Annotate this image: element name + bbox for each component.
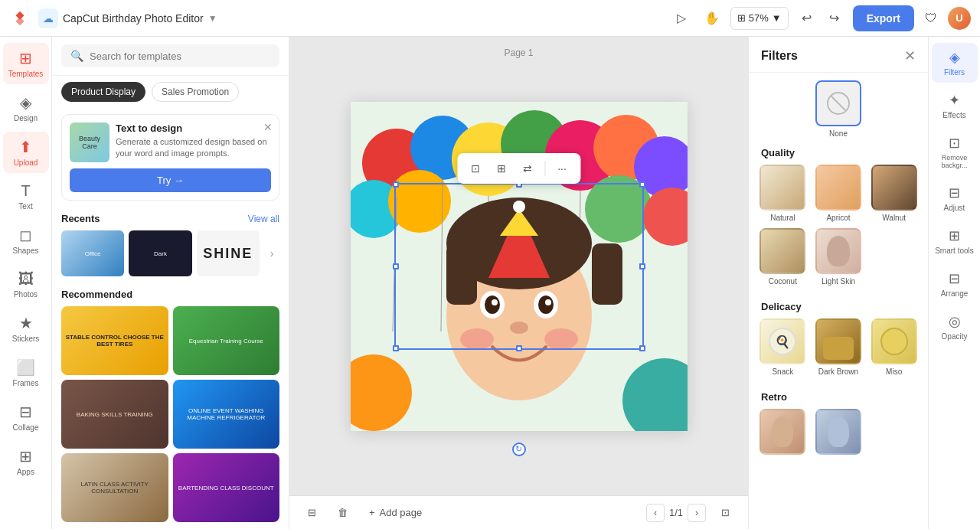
search-box[interactable]: 🔍 [61, 44, 279, 67]
rec-item-2[interactable]: Equestrian Training Course [173, 306, 280, 375]
sidebar-item-stickers[interactable]: ★ Stickers [3, 308, 49, 349]
upload-icon: ⬆ [19, 138, 32, 156]
crop-tool-btn[interactable]: ⊡ [463, 156, 488, 181]
recent-item-1[interactable]: Office [61, 230, 124, 276]
more-options-btn[interactable]: ··· [550, 156, 574, 181]
right-rail-adjust[interactable]: ⊟ Adjust [932, 178, 978, 218]
filter-miso[interactable]: Miso [869, 318, 919, 376]
hand-tool-btn[interactable]: ✋ [700, 6, 724, 31]
zoom-chevron-icon: ▼ [772, 12, 782, 24]
right-rail-arrange[interactable]: ⊟ Arrange [932, 264, 978, 304]
right-rail-remove-bg[interactable]: ⊡ Remove backgr... [932, 129, 978, 175]
filter-retro-1[interactable] [758, 409, 808, 455]
svg-point-24 [492, 299, 498, 305]
sidebar-item-upload[interactable]: ⬆ Upload [3, 132, 49, 173]
retro-filter-grid [749, 409, 928, 461]
sidebar-item-text[interactable]: T Text [3, 176, 49, 217]
filters-panel: Filters ✕ None Quality Natural [748, 37, 928, 529]
next-page-btn[interactable]: › [688, 504, 706, 522]
filter-snack[interactable]: 🍳 Snack [758, 318, 808, 376]
search-input[interactable] [90, 51, 270, 62]
recent-item-2[interactable]: Dark [129, 230, 191, 276]
right-rail-effects[interactable]: ✦ Effects [932, 86, 978, 126]
grid-tool-btn[interactable]: ⊞ [489, 156, 514, 181]
page-layout-btn[interactable]: ⊟ [302, 504, 322, 521]
cursor-tool-btn[interactable]: ▷ [669, 6, 694, 31]
right-rail-opacity[interactable]: ◎ Opacity [932, 307, 978, 347]
recent-item-shine[interactable]: SHINE [197, 230, 260, 276]
ttd-try-button[interactable]: Try → [70, 168, 271, 192]
category-tab-product-display[interactable]: Product Display [61, 82, 145, 102]
undo-btn[interactable]: ↩ [795, 6, 819, 31]
ttd-thumbnail: Beauty Care [70, 122, 109, 162]
rec-item-6[interactable]: BARTENDING CLASS DISCOUNT [173, 453, 280, 522]
canvas-frame[interactable] [351, 102, 688, 431]
ttd-text: Text to design Generate a customized des… [116, 122, 271, 160]
user-avatar[interactable]: U [948, 7, 971, 30]
category-tab-sales-promotion[interactable]: Sales Promotion [152, 82, 239, 102]
svg-point-29 [513, 201, 525, 213]
zoom-control[interactable]: ⊞ 57% ▼ [730, 7, 789, 30]
filter-lightskin[interactable]: Light Skin [814, 228, 864, 286]
filter-none[interactable]: None [758, 80, 919, 138]
svg-point-30 [460, 328, 494, 350]
filter-retro-1-thumb [760, 409, 805, 455]
filters-close-button[interactable]: ✕ [904, 47, 916, 64]
photos-icon: 🖼 [18, 270, 34, 288]
page-navigation: ‹ 1/1 › [646, 504, 706, 522]
rotate-handle[interactable]: ↻ [512, 442, 526, 456]
filter-natural[interactable]: Natural [758, 165, 808, 222]
adjust-icon: ⊟ [949, 184, 960, 201]
templates-panel: 🔍 Product Display Sales Promotion ✕ Beau… [52, 37, 289, 529]
sidebar-item-frames[interactable]: ⬜ Frames [3, 352, 49, 393]
rec-item-5-content: LATIN CLASS ACTIVITY CONSULTATION [61, 453, 168, 522]
filter-coconut[interactable]: Coconut [758, 228, 808, 286]
sidebar-item-photos[interactable]: 🖼 Photos [3, 264, 49, 305]
add-page-btn[interactable]: + Add page [363, 504, 428, 521]
sidebar-item-templates[interactable]: ⊞ Templates [3, 43, 49, 84]
prev-page-btn[interactable]: ‹ [646, 504, 665, 522]
layout-icon: ⊞ [737, 12, 746, 24]
shield-icon[interactable]: 🛡 [920, 8, 942, 29]
delete-page-btn[interactable]: 🗑 [332, 504, 354, 521]
rec-item-6-content: BARTENDING CLASS DISCOUNT [173, 453, 280, 522]
rec-item-3[interactable]: BAKING SKILLS TRAINING [61, 380, 168, 449]
filter-darkbrown-thumb [815, 318, 861, 364]
filter-retro-2[interactable] [814, 409, 864, 455]
right-rail-smart-tools[interactable]: ⊞ Smart tools [932, 221, 978, 261]
sidebar-item-design[interactable]: ◈ Design [3, 87, 49, 129]
left-icon-rail: ⊞ Templates ◈ Design ⬆ Upload T Text ◻ S… [0, 37, 52, 529]
filter-apricot[interactable]: Apricot [814, 165, 864, 222]
export-button[interactable]: Export [853, 5, 914, 31]
filter-darkbrown[interactable]: Dark Brown [814, 318, 864, 376]
recommended-grid: STABLE CONTROL CHOOSE THE BEST TIRES Equ… [61, 306, 279, 522]
redo-btn[interactable]: ↪ [822, 6, 847, 31]
none-filter-section: None [749, 73, 928, 138]
filter-walnut[interactable]: Walnut [869, 165, 919, 222]
filter-none-thumb [815, 80, 861, 126]
view-all-button[interactable]: View all [248, 214, 279, 224]
filter-apricot-thumb [815, 165, 861, 211]
sidebar-item-apps[interactable]: ⊞ Apps [3, 441, 49, 482]
templates-label: Templates [8, 70, 44, 78]
svg-point-22 [485, 296, 500, 314]
rec-item-4[interactable]: ONLINE EVENT WASHING MACHINE REFRIGERATO… [173, 380, 280, 449]
recents-next-arrow[interactable]: › [264, 230, 279, 276]
ttd-close-button[interactable]: ✕ [263, 121, 273, 133]
frames-label: Frames [13, 379, 39, 387]
right-rail-filters[interactable]: ◈ Filters [932, 43, 978, 83]
stickers-icon: ★ [19, 314, 33, 332]
rec-item-5[interactable]: LATIN CLASS ACTIVITY CONSULTATION [61, 453, 168, 522]
project-chevron-icon[interactable]: ▼ [208, 13, 217, 24]
float-toolbar: ⊡ ⊞ ⇄ ··· [457, 153, 580, 184]
rec-item-1[interactable]: STABLE CONTROL CHOOSE THE BEST TIRES [61, 306, 168, 375]
arrange-label: Arrange [941, 289, 969, 298]
sidebar-item-shapes[interactable]: ◻ Shapes [3, 220, 49, 261]
svg-point-25 [545, 299, 551, 305]
sidebar-item-collage[interactable]: ⊟ Collage [3, 397, 49, 438]
fullscreen-btn[interactable]: ⊡ [715, 504, 736, 521]
effects-icon: ✦ [949, 92, 960, 109]
app-logo[interactable] [9, 8, 31, 29]
replace-tool-btn[interactable]: ⇄ [515, 156, 540, 181]
filter-darkbrown-label: Dark Brown [818, 367, 858, 376]
